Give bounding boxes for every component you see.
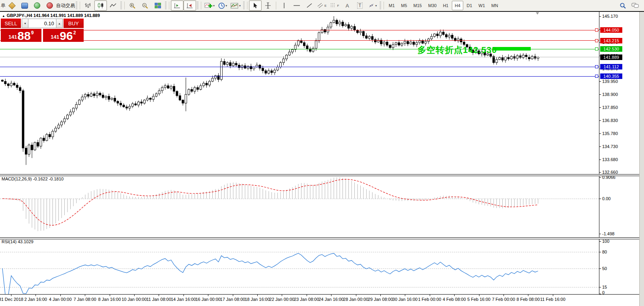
price-badge: 144.050 — [600, 27, 622, 33]
signals-icon[interactable] — [31, 0, 43, 11]
price-tick-label: 138.900 — [602, 92, 618, 97]
trendline-tool-icon[interactable] — [303, 0, 316, 11]
timeframe-button-m30[interactable]: M30 — [425, 1, 439, 10]
mt4-window: 单 自动交易 — [0, 0, 644, 306]
cursor-tool-icon[interactable] — [249, 0, 262, 11]
macd-separator[interactable] — [0, 174, 639, 176]
macd-tick — [599, 177, 601, 178]
macd-axis-label: -1.498 — [602, 231, 614, 236]
price-badge: 143.215 — [600, 38, 622, 43]
rsi-axis-label: 50 — [602, 266, 607, 271]
chevron-down-icon: ▾ — [375, 4, 377, 8]
price-level-line[interactable] — [0, 67, 599, 67]
plot-bottom-border — [0, 294, 639, 295]
periods-icon[interactable]: ▾ — [216, 0, 229, 11]
rsi-axis-label: 100 — [602, 239, 609, 244]
price-tick-label: 134.730 — [602, 144, 618, 149]
level-endpoint-marker[interactable] — [595, 47, 598, 51]
rsi-indicator-label: RSI(14) 43.1029 — [2, 239, 34, 244]
tile-windows-icon[interactable] — [152, 0, 164, 11]
volume-decrease-button[interactable]: ▼ — [22, 19, 28, 28]
bar-chart-icon[interactable] — [82, 0, 94, 11]
fibonacci-tool-icon[interactable]: F — [328, 0, 341, 11]
text-label-tool-icon[interactable]: T — [354, 0, 366, 11]
timeframe-button-mn[interactable]: MN — [489, 1, 501, 10]
price-tick-label: 137.850 — [602, 105, 618, 110]
search-icon[interactable] — [616, 0, 629, 11]
macd-indicator-label: MACD(12,26,9) -0.1622 -0.1810 — [2, 176, 64, 181]
price-tick — [599, 81, 601, 82]
macd-tick — [599, 199, 601, 199]
new-order-icon[interactable] — [6, 0, 18, 11]
autotrading-icon[interactable] — [43, 0, 56, 11]
price-tick — [599, 160, 601, 160]
new-order-label[interactable]: 单 — [1, 2, 6, 9]
buy-quote[interactable]: 141962 — [43, 29, 84, 42]
one-click-trading-panel: SELL ▼ ▲ BUY 141889 141962 — [1, 19, 84, 42]
line-chart-icon[interactable] — [107, 0, 120, 11]
price-badge: 140.355 — [600, 73, 622, 79]
templates-icon[interactable]: ▾ — [229, 0, 242, 11]
timeframe-button-w1[interactable]: W1 — [476, 1, 488, 10]
macd-axis-label: 0.00 — [602, 196, 610, 201]
price-badge: 142.530 — [600, 46, 622, 52]
price-tick-label: 135.780 — [602, 131, 618, 136]
volume-increase-button[interactable]: ▲ — [56, 19, 63, 28]
level-endpoint-marker[interactable] — [595, 28, 598, 32]
candlestick-chart[interactable] — [0, 0, 644, 306]
arrows-tool-icon[interactable]: ▾ — [366, 0, 379, 11]
timeframe-button-m1[interactable]: M1 — [386, 1, 397, 10]
price-level-line[interactable] — [0, 40, 599, 41]
price-tick — [599, 146, 601, 147]
price-tick — [599, 16, 601, 17]
highlight-segment[interactable] — [492, 47, 531, 51]
level-endpoint-marker[interactable] — [595, 75, 598, 78]
indicators-icon[interactable]: ▾ — [203, 0, 216, 11]
level-endpoint-marker[interactable] — [595, 65, 598, 68]
timeframe-button-d1[interactable]: D1 — [464, 1, 475, 10]
crosshair-tool-icon[interactable] — [262, 0, 274, 11]
price-tick — [599, 107, 601, 108]
autotrading-label[interactable]: 自动交易 — [56, 2, 75, 9]
window-border — [0, 11, 644, 12]
market-watch-icon[interactable] — [18, 0, 31, 11]
auto-scroll-icon[interactable] — [183, 0, 196, 11]
collapse-arrow-icon[interactable]: ▲ — [2, 14, 5, 18]
horizontal-line-tool-icon[interactable] — [290, 0, 303, 11]
volume-input[interactable] — [28, 19, 56, 28]
price-tick — [599, 120, 601, 121]
timeframe-button-h1[interactable]: H1 — [440, 1, 451, 10]
timeframe-button-m15[interactable]: M15 — [411, 1, 425, 10]
price-tick — [599, 133, 601, 134]
equidistant-channel-tool-icon[interactable]: E — [316, 0, 328, 11]
vertical-line-tool-icon[interactable] — [278, 0, 290, 11]
rsi-tick — [599, 252, 601, 252]
toolbar: 单 自动交易 — [0, 0, 644, 11]
level-endpoint-marker[interactable] — [595, 39, 598, 42]
timeframe-button-m5[interactable]: M5 — [398, 1, 410, 10]
macd-tick — [599, 234, 601, 234]
chat-icon[interactable] — [629, 0, 642, 11]
price-tick-label: 136.830 — [602, 118, 618, 123]
price-level-line[interactable] — [0, 76, 599, 77]
price-level-line[interactable] — [0, 30, 599, 30]
rsi-separator[interactable] — [0, 237, 639, 239]
price-level-line[interactable] — [0, 57, 599, 57]
sell-quote[interactable]: 141889 — [1, 29, 41, 42]
buy-button[interactable]: BUY — [64, 19, 84, 28]
timeframe-button-h4[interactable]: H4 — [452, 1, 463, 10]
rsi-tick — [599, 241, 601, 242]
zoom-out-icon[interactable] — [139, 0, 152, 11]
chart-shift-icon[interactable] — [171, 0, 183, 11]
sell-button[interactable]: SELL — [1, 19, 21, 28]
price-tick-label: 133.680 — [602, 157, 618, 162]
scroll-end-marker[interactable] — [536, 12, 539, 15]
price-tick-label: 139.950 — [602, 79, 618, 84]
price-badge: 141.112 — [600, 64, 622, 69]
zoom-in-icon[interactable] — [126, 0, 139, 11]
rsi-tick — [599, 268, 601, 269]
candlestick-chart-icon[interactable] — [94, 0, 107, 11]
price-tick-label: 145.170 — [602, 14, 618, 19]
price-badge: 141.889 — [600, 54, 622, 60]
text-tool-icon[interactable]: A — [341, 0, 354, 11]
